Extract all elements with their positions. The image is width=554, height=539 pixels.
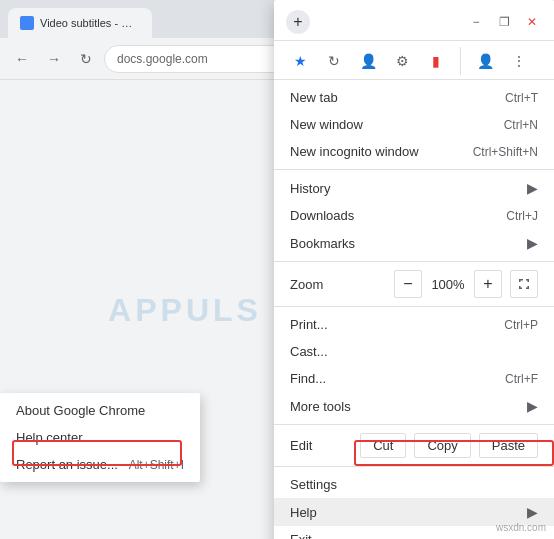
new-incognito-label: New incognito window — [290, 144, 419, 159]
profile-icon: 👤 — [354, 47, 382, 75]
tab-label: Video subtitles - Google Do... — [40, 17, 140, 29]
help-submenu: About Google Chrome Help center Report a… — [0, 393, 200, 482]
new-tab-shortcut: Ctrl+T — [505, 91, 538, 105]
omnibox-text: docs.google.com — [117, 52, 208, 66]
zoom-row: Zoom − 100% + — [274, 266, 554, 302]
bookmarks-label: Bookmarks — [290, 236, 355, 251]
separator-4 — [274, 424, 554, 425]
tab-favicon — [20, 16, 34, 30]
menu-icons-row: ★ ↻ 👤 ⚙ ▮ 👤 ⋮ — [274, 43, 554, 80]
cast-label: Cast... — [290, 344, 328, 359]
settings-item[interactable]: Settings — [274, 471, 554, 498]
help-center-item[interactable]: Help center — [0, 424, 200, 451]
separator-3 — [274, 306, 554, 307]
find-label: Find... — [290, 371, 326, 386]
bookmark-icon: ★ — [286, 47, 314, 75]
bookmarks-item[interactable]: Bookmarks ▶ — [274, 229, 554, 257]
find-shortcut: Ctrl+F — [505, 372, 538, 386]
about-chrome-label: About Google Chrome — [16, 403, 145, 418]
new-incognito-item[interactable]: New incognito window Ctrl+Shift+N — [274, 138, 554, 165]
close-window-button[interactable]: ✕ — [522, 12, 542, 32]
new-incognito-shortcut: Ctrl+Shift+N — [473, 145, 538, 159]
new-tab-bar-button[interactable]: + — [286, 10, 310, 34]
chrome-menu: + − ❐ ✕ ★ ↻ 👤 ⚙ ▮ 👤 ⋮ New tab Ctrl+T New… — [274, 0, 554, 539]
copy-button[interactable]: Copy — [414, 433, 470, 458]
downloads-label: Downloads — [290, 208, 354, 223]
downloads-shortcut: Ctrl+J — [506, 209, 538, 223]
new-tab-item[interactable]: New tab Ctrl+T — [274, 84, 554, 111]
zoom-percentage: 100% — [426, 277, 470, 292]
history-item[interactable]: History ▶ — [274, 174, 554, 202]
downloads-item[interactable]: Downloads Ctrl+J — [274, 202, 554, 229]
window-controls: − ❐ ✕ — [466, 12, 542, 32]
more-tools-label: More tools — [290, 399, 351, 414]
more-icon: ⋮ — [505, 47, 533, 75]
help-label: Help — [290, 505, 317, 520]
theme-icon: ▮ — [422, 47, 450, 75]
about-chrome-item[interactable]: About Google Chrome — [0, 397, 200, 424]
zoom-minus-button[interactable]: − — [394, 270, 422, 298]
active-tab[interactable]: Video subtitles - Google Do... — [8, 8, 152, 38]
reload-button[interactable]: ↻ — [72, 45, 100, 73]
zoom-controls: − 100% + — [394, 270, 538, 298]
help-center-label: Help center — [16, 430, 82, 445]
new-window-label: New window — [290, 117, 363, 132]
help-arrow: ▶ — [527, 504, 538, 520]
report-issue-label: Report an issue... — [16, 457, 118, 472]
separator-5 — [274, 466, 554, 467]
minimize-window-button[interactable]: − — [466, 12, 486, 32]
history-label: History — [290, 181, 330, 196]
cast-item[interactable]: Cast... — [274, 338, 554, 365]
edit-label: Edit — [290, 438, 352, 453]
back-button[interactable]: ← — [8, 45, 36, 73]
divider — [460, 47, 461, 75]
new-window-shortcut: Ctrl+N — [504, 118, 538, 132]
zoom-plus-button[interactable]: + — [474, 270, 502, 298]
separator-2 — [274, 261, 554, 262]
fullscreen-icon — [517, 277, 531, 291]
report-issue-item[interactable]: Report an issue... Alt+Shift+I — [0, 451, 200, 478]
settings-gear-icon: ⚙ — [388, 47, 416, 75]
avatar-icon: 👤 — [471, 47, 499, 75]
report-shortcut: Alt+Shift+I — [129, 458, 184, 472]
new-tab-label: New tab — [290, 90, 338, 105]
new-window-item[interactable]: New window Ctrl+N — [274, 111, 554, 138]
more-tools-arrow: ▶ — [527, 398, 538, 414]
print-item[interactable]: Print... Ctrl+P — [274, 311, 554, 338]
settings-label: Settings — [290, 477, 337, 492]
exit-label: Exit — [290, 532, 312, 539]
paste-button[interactable]: Paste — [479, 433, 538, 458]
fullscreen-button[interactable] — [510, 270, 538, 298]
find-item[interactable]: Find... Ctrl+F — [274, 365, 554, 392]
restore-window-button[interactable]: ❐ — [494, 12, 514, 32]
menu-top-bar: + − ❐ ✕ — [274, 4, 554, 41]
print-label: Print... — [290, 317, 328, 332]
more-tools-item[interactable]: More tools ▶ — [274, 392, 554, 420]
separator-1 — [274, 169, 554, 170]
bookmarks-arrow: ▶ — [527, 235, 538, 251]
zoom-label: Zoom — [290, 277, 394, 292]
appuals-watermark: APPULS — [108, 291, 262, 328]
refresh-icon: ↻ — [320, 47, 348, 75]
watermark: wsxdn.com — [496, 522, 546, 533]
cut-button[interactable]: Cut — [360, 433, 406, 458]
print-shortcut: Ctrl+P — [504, 318, 538, 332]
history-arrow: ▶ — [527, 180, 538, 196]
edit-row: Edit Cut Copy Paste — [274, 429, 554, 462]
forward-button[interactable]: → — [40, 45, 68, 73]
omnibox[interactable]: docs.google.com — [104, 45, 298, 73]
